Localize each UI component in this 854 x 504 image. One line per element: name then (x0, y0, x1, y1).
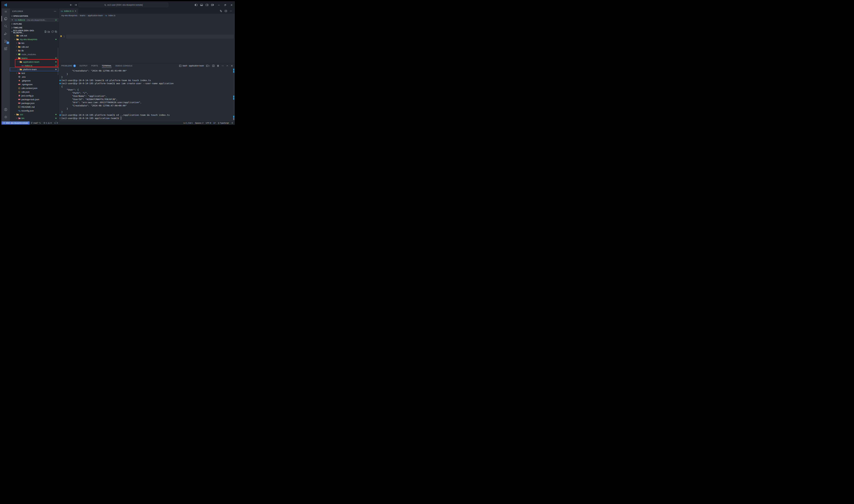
command-decoration-icon[interactable] (59, 114, 61, 116)
terminal-instance-selector[interactable]: bash - application-team (179, 65, 204, 67)
open-editor-index-ts[interactable]: × TS index.ts ~/my-eks-blueprints/tea...… (10, 18, 59, 22)
panel-tab-ports[interactable]: PORTS (91, 63, 98, 68)
breadcrumb-item[interactable]: application-team (88, 14, 103, 17)
close-editor-icon[interactable]: × (12, 19, 14, 21)
chevron-right-icon[interactable] (14, 35, 16, 37)
activity-run-debug[interactable] (2, 30, 10, 37)
refresh-explorer-icon[interactable] (51, 30, 54, 33)
command-decoration-icon[interactable] (59, 83, 61, 84)
chevron-down-icon[interactable] (14, 113, 16, 115)
editor-more-actions-icon[interactable] (230, 10, 232, 12)
activity-search[interactable] (2, 22, 10, 30)
split-editor-icon[interactable] (225, 10, 227, 12)
toggle-sidebar-icon[interactable] (195, 4, 197, 6)
tree-item-index.ts[interactable]: TSindex.tsU (10, 64, 59, 68)
tree-item-cdk.context.json[interactable]: {}cdk.context.json (10, 86, 59, 90)
menu-button[interactable] (2, 8, 10, 15)
tree-item-lib[interactable]: lib (10, 49, 59, 52)
breadcrumb-item[interactable]: teams (80, 14, 85, 17)
section-outline[interactable]: OUTLINE (10, 22, 59, 26)
collapse-all-icon[interactable] (54, 30, 57, 33)
chevron-down-icon[interactable] (14, 38, 16, 40)
tab-index-ts[interactable]: TS index.ts U × (59, 8, 78, 14)
section-workspace[interactable]: EC2-USER [SSH: EKS-BLUEPRI... (10, 30, 59, 34)
problems-indicator[interactable]: 1 0 (42, 121, 53, 124)
maximize-panel-icon[interactable] (226, 65, 229, 67)
customize-layout-icon[interactable] (211, 4, 214, 6)
explorer-more-actions-icon[interactable] (54, 10, 56, 13)
tree-item-package-lock.json[interactable]: npmpackage-lock.json (10, 97, 59, 101)
account-button[interactable] (2, 106, 10, 113)
panel-tab-output[interactable]: OUTPUT (79, 63, 88, 68)
chevron-right-icon[interactable] (16, 72, 18, 74)
tree-item-teams[interactable]: teams (10, 56, 59, 60)
tree-item-bin[interactable]: bin (10, 116, 59, 120)
indentation[interactable]: Spaces: 2 (194, 122, 204, 124)
tree-item-test[interactable]: test (10, 71, 59, 75)
close-tab-icon[interactable]: × (75, 10, 76, 12)
branch-indicator[interactable]: main* (30, 121, 42, 124)
tree-item-cdk.out[interactable]: cdk.out (10, 34, 59, 37)
launch-profile-icon[interactable] (206, 65, 210, 67)
tree-item-platform-team[interactable]: platform-team (10, 68, 59, 71)
tree-item-cdk.json[interactable]: {}cdk.json (10, 90, 59, 94)
tree-item-my-eks-blueprints[interactable]: my-eks-blueprints (10, 37, 59, 41)
tree-item-.env[interactable]: .env (10, 75, 59, 79)
kill-terminal-icon[interactable] (217, 65, 219, 67)
tree-item-README.md[interactable]: M↓README.md (10, 105, 59, 109)
nav-forward-icon[interactable] (74, 3, 77, 6)
activity-source-control[interactable]: 16 (2, 37, 10, 45)
activity-explorer[interactable] (2, 15, 10, 22)
chevron-down-icon[interactable] (17, 61, 19, 63)
nav-back-icon[interactable] (70, 3, 73, 6)
split-terminal-icon[interactable] (212, 65, 215, 67)
eol[interactable]: LF (212, 122, 217, 124)
new-folder-icon[interactable] (48, 30, 50, 33)
tree-item-.gitignore[interactable]: .gitignore (10, 79, 59, 83)
notifications[interactable] (230, 122, 234, 124)
tree-item-tsconfig.json[interactable]: TStsconfig.json (10, 109, 59, 112)
breadcrumb[interactable]: my-eks-blueprints › teams › application-… (59, 14, 234, 17)
command-decoration-icon[interactable] (59, 118, 60, 119)
panel-tab-debug-console[interactable]: DEBUG CONSOLE (115, 63, 132, 68)
chevron-right-icon[interactable] (16, 53, 18, 55)
editor-pane[interactable]: 1 (59, 17, 234, 63)
tree-item-.npmignore[interactable]: npm.npmignore (10, 83, 59, 86)
tree-item-my-eks-blueprints.ts[interactable]: TSmy-eks-blueprints.tsU (10, 120, 59, 121)
encoding[interactable]: UTF-8 (204, 122, 212, 124)
activity-extensions[interactable] (2, 45, 10, 52)
close-panel-icon[interactable] (231, 65, 233, 67)
language-mode[interactable]: {} TypeScript (217, 122, 230, 124)
chevron-right-icon[interactable] (17, 68, 19, 70)
breadcrumb-item[interactable]: my-eks-blueprints (61, 14, 77, 17)
restore-button[interactable] (224, 4, 227, 6)
chevron-right-icon[interactable] (16, 42, 18, 44)
tree-item-zzz[interactable]: zzz (10, 112, 59, 116)
close-window-button[interactable] (230, 4, 233, 6)
tree-item-cdk.out[interactable]: cdk.out (10, 45, 59, 49)
chevron-down-icon[interactable] (16, 57, 18, 59)
open-changes-icon[interactable] (220, 10, 222, 12)
chevron-right-icon[interactable] (16, 50, 18, 52)
command-center-search[interactable]: ec2-user [SSH: eks-blueprint-remote] (78, 3, 168, 7)
chevron-right-icon[interactable] (16, 46, 18, 48)
tree-item-application-team[interactable]: application-team (10, 60, 59, 64)
panel-tab-terminal[interactable]: TERMINAL (102, 63, 112, 68)
panel-more-actions-icon[interactable] (221, 65, 224, 67)
breadcrumb-item[interactable]: index.ts (108, 14, 115, 17)
toggle-secondary-sidebar-icon[interactable] (206, 4, 208, 6)
section-timeline[interactable]: TIMELINE (10, 26, 59, 30)
panel-tab-problems[interactable]: PROBLEMS1 (61, 63, 76, 68)
command-decoration-icon[interactable] (59, 80, 61, 81)
tree-item-node_modules[interactable]: node_modules (10, 52, 59, 56)
sidebar-scrollbar[interactable] (57, 48, 58, 75)
remote-indicator[interactable]: SSH: eks-blueprint-remote (2, 121, 30, 124)
tree-item-jest.config.js[interactable]: Jjest.config.js (10, 94, 59, 97)
terminal[interactable]: "CreateDate": "2024-08-12T06:45:01+00:00… (59, 68, 234, 121)
tree-item-package.json[interactable]: npmpackage.json (10, 101, 59, 105)
new-file-icon[interactable] (44, 30, 47, 33)
toggle-panel-icon[interactable] (200, 4, 203, 6)
ports-indicator[interactable]: 0 (53, 121, 59, 124)
settings-button[interactable] (2, 113, 10, 121)
minimize-button[interactable] (218, 4, 220, 6)
